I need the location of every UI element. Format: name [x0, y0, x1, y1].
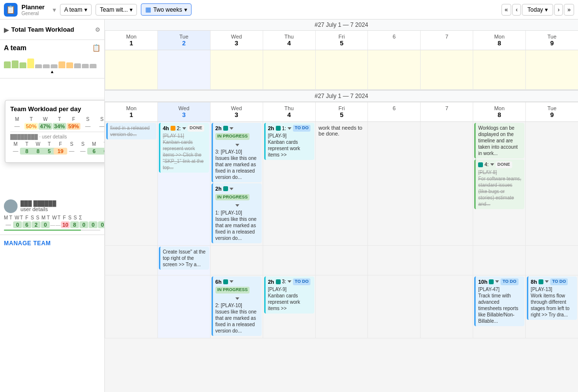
- cell-6-top: [367, 50, 420, 89]
- day-header2-mon1: Mon 1: [105, 102, 157, 121]
- priority-user2-mon8: [489, 279, 494, 284]
- bar-9: [66, 62, 73, 68]
- day-header-mon1: Mon 1: [105, 31, 157, 50]
- chevron2: [230, 188, 233, 190]
- task-play11-strikethrough[interactable]: fixed in a released version do...: [106, 123, 156, 139]
- user1-row1: fixed in a released version do... 4h 2: …: [105, 122, 578, 246]
- user1-r2-wed3: [210, 246, 263, 275]
- user2-cell-mon1: [105, 275, 157, 338]
- priority-orange-icon: [171, 126, 175, 131]
- view-selector-chevron: ▾: [130, 6, 133, 13]
- bar-6: [43, 64, 50, 68]
- today-button[interactable]: Today ▾: [522, 4, 553, 16]
- cell-7-top: [420, 50, 473, 89]
- chevron-user2: [230, 280, 233, 283]
- workload-tooltip: Team Workload per day M— T50% W47% T34% …: [5, 100, 105, 163]
- user1-r2-7: [420, 246, 473, 275]
- user1-cell-fri5: work that needs to be done.: [315, 122, 368, 245]
- day-header-fri5: Fri 5: [315, 31, 368, 50]
- cell-mon8-top: [473, 50, 525, 89]
- day-header2-tue9: Tue 9: [525, 102, 578, 121]
- team-name-row: A team 📋: [4, 44, 100, 52]
- user2-cell-thu4: 2h 3: TO DO [PLAY-9]Kanban cards represe…: [263, 275, 315, 338]
- day-header-tue2: Tue 2: [157, 31, 210, 50]
- day-header-tue9: Tue 9: [525, 31, 578, 50]
- cell-tue9-top: [525, 50, 578, 89]
- user2-cell-tue9: 8h TO DO [PLAY-13]Work items flow throug…: [525, 275, 578, 338]
- user1-r2-mon8: [473, 246, 525, 275]
- user2-name: ███ ██████: [20, 200, 56, 206]
- user2-cell-wed3: 6h IN PROGRESS 2: [PLAY-10]Issues like t…: [210, 275, 263, 338]
- sidebar-header: ▶ Total Team Workload ⚙: [0, 20, 104, 40]
- user2-vals: — 0 6 2 0 — — 10 8 0 0 0 — — 26: [4, 221, 100, 228]
- user2-details: user details: [20, 206, 56, 212]
- user1-r2-thu4: [263, 246, 315, 275]
- user1-cell-tue2: 4h 2: DONE [PLAY-11]Kanban cards represe…: [157, 122, 210, 245]
- user2-row1: 6h IN PROGRESS 2: [PLAY-10]Issues like t…: [105, 275, 578, 338]
- tooltip-divider: [10, 132, 105, 132]
- user2-days-header: MTWTFSSMTWTFSSΣ: [4, 215, 100, 220]
- user2-bar: [4, 230, 100, 231]
- task-user2-tue9-8h[interactable]: 8h TO DO [PLAY-13]Work items flow throug…: [527, 276, 577, 320]
- expand-user2[interactable]: [215, 294, 259, 301]
- tooltip-title: Team Workload per day: [10, 105, 105, 113]
- task-mon8-done[interactable]: 4: DONE [PLAY-8]For software teams, stan…: [474, 159, 524, 209]
- day-header-6: 6: [367, 31, 420, 50]
- task-create-issue[interactable]: Create Issue" at the top right of the sc…: [159, 247, 209, 270]
- user2-section: ███ ██████ user details MTWTFSSMTWTFSSΣ …: [0, 196, 104, 235]
- day-header-thu4: Thu 4: [263, 31, 315, 50]
- nav-first[interactable]: «: [501, 4, 512, 16]
- app-name: Planner: [21, 3, 45, 11]
- chevron-user2-tue9: [545, 280, 549, 283]
- manage-team-link[interactable]: MANAGE TEAM: [4, 240, 51, 247]
- team-selector[interactable]: A team ▾: [60, 4, 92, 16]
- today-chevron: ▾: [545, 6, 548, 13]
- team-icon: 📋: [92, 44, 100, 52]
- app-title: Planner General: [21, 3, 45, 16]
- priority-teal2: [276, 126, 281, 131]
- cell-thu4-top: [263, 50, 315, 89]
- user1-r2-mon1: [105, 246, 157, 275]
- task-wed3-2h-inprogress-2[interactable]: 2h IN PROGRESS 1: [PLAY-10]Issues like t…: [212, 183, 262, 243]
- bar-11: [82, 64, 89, 68]
- user1-cell-6: [367, 122, 420, 245]
- week-range-header-2: #27 July 1 — 7 2024: [105, 90, 578, 102]
- settings-icon[interactable]: ⚙: [95, 26, 100, 33]
- day-headers: Mon 1 Tue 2 Wed 3 Thu 4 Fri 5 6: [105, 31, 578, 50]
- nav-last[interactable]: »: [564, 4, 574, 16]
- task-thu4-todo[interactable]: 2h 1: TO DO [PLAY-9]Kanban cards represe…: [264, 123, 314, 160]
- task-user2-wed3-6h[interactable]: 6h IN PROGRESS 2: [PLAY-10]Issues like t…: [212, 276, 262, 336]
- task-play11[interactable]: 4h 2: DONE [PLAY-11]Kanban cards represe…: [159, 123, 209, 173]
- tooltip-user1-label: ████████ · user details: [10, 134, 105, 139]
- bar-10: [74, 63, 81, 68]
- task-user2-thu4[interactable]: 2h 3: TO DO [PLAY-9]Kanban cards represe…: [264, 276, 314, 314]
- chevron-down-icon: [182, 127, 186, 130]
- expand-arrow2[interactable]: [215, 201, 259, 208]
- priority-user2-thu: [276, 279, 281, 284]
- priority-teal-icon: [223, 126, 228, 131]
- period-selector[interactable]: ▦ Two weeks ▾: [141, 3, 191, 16]
- priority-user2-tue9: [539, 279, 543, 284]
- week-range-header-1: #27 July 1 — 7 2024: [105, 20, 578, 31]
- bar-5: [35, 64, 42, 68]
- view-selector[interactable]: Team wit... ▾: [96, 4, 137, 16]
- sidebar-title: Total Team Workload: [11, 26, 95, 33]
- calendar-body[interactable]: #27 July 1 — 7 2024 Mon 1 Wed 3 Wed 3 Th…: [105, 50, 578, 392]
- task-user2-mon8-10h[interactable]: 10h TO DO [PLAY-47]Track time with advan…: [474, 276, 524, 326]
- period-selector-chevron: ▾: [184, 6, 187, 13]
- user1-row2: Create Issue" at the top right of the sc…: [105, 246, 578, 275]
- app-dropdown-icon[interactable]: ▾: [53, 6, 56, 14]
- task-mon8-worklogs[interactable]: Worklogs can be displayed on the timelin…: [474, 123, 524, 158]
- team-name: A team: [4, 44, 26, 52]
- nav-prev[interactable]: ‹: [512, 4, 521, 16]
- main-layout: ▶ Total Team Workload ⚙ A team 📋: [0, 20, 578, 392]
- collapse-button[interactable]: ▶: [4, 26, 9, 34]
- task-wed3-2h-inprogress[interactable]: 2h IN PROGRESS 3: [PLAY-10]Issues like t…: [212, 123, 262, 182]
- calendar: #27 July 1 — 7 2024 Mon 1 Tue 2 Wed 3 Th…: [105, 20, 578, 392]
- user1-cell-wed3: 2h IN PROGRESS 3: [PLAY-10]Issues like t…: [210, 122, 263, 245]
- expand-arrow[interactable]: [215, 141, 259, 148]
- day-header2-6: 6: [367, 102, 420, 121]
- bar-7: [51, 64, 58, 68]
- nav-next[interactable]: ›: [554, 4, 563, 16]
- priority-user2: [223, 279, 228, 284]
